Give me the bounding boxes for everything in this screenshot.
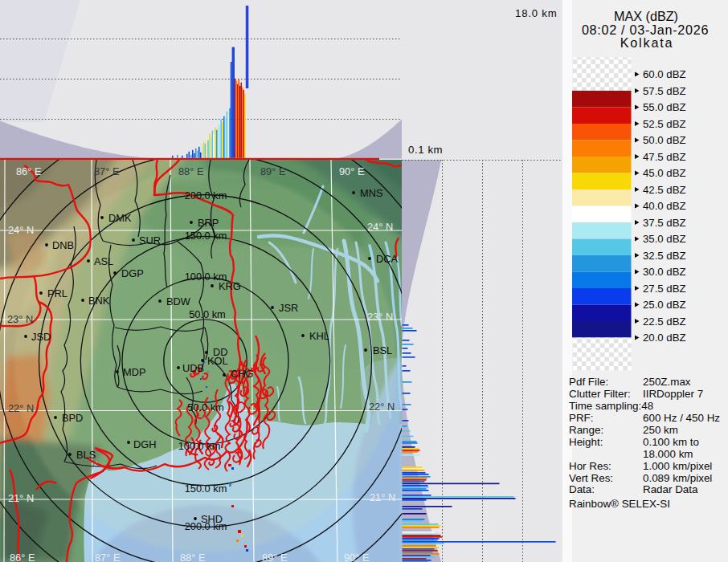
svg-text:25.0 dBZ: 25.0 dBZ	[643, 299, 686, 311]
svg-text:42.5 dBZ: 42.5 dBZ	[643, 184, 686, 196]
svg-text:KHL: KHL	[309, 330, 329, 342]
svg-text:250Z.max: 250Z.max	[643, 376, 691, 388]
svg-text:90° E: 90° E	[344, 552, 369, 562]
svg-text:KOL: KOL	[207, 355, 228, 367]
svg-text:27.5 dBZ: 27.5 dBZ	[643, 283, 686, 295]
svg-text:24° N: 24° N	[8, 224, 34, 236]
svg-text:18.000 km: 18.000 km	[643, 448, 693, 460]
svg-text:60.0 dBZ: 60.0 dBZ	[643, 68, 686, 80]
svg-text:PRF:: PRF:	[569, 412, 594, 424]
svg-text:SUR: SUR	[139, 234, 161, 246]
svg-text:57.5 dBZ: 57.5 dBZ	[643, 85, 686, 97]
svg-text:100.0 km: 100.0 km	[185, 271, 227, 283]
svg-text:86° E: 86° E	[10, 552, 35, 562]
svg-text:Kolkata: Kolkata	[620, 35, 674, 50]
svg-text:DGP: DGP	[121, 267, 144, 279]
svg-text:21° N: 21° N	[370, 491, 395, 503]
svg-text:37.5 dBZ: 37.5 dBZ	[643, 217, 686, 229]
svg-text:52.5 dBZ: 52.5 dBZ	[643, 118, 686, 130]
svg-text:50.0 km: 50.0 km	[189, 308, 226, 320]
svg-text:BLS: BLS	[76, 449, 96, 461]
svg-text:JSD: JSD	[31, 331, 51, 343]
svg-text:35.0 dBZ: 35.0 dBZ	[643, 233, 686, 245]
svg-text:88° E: 88° E	[180, 552, 205, 562]
svg-text:CHG: CHG	[231, 368, 253, 380]
svg-text:Vert Res:: Vert Res:	[569, 472, 613, 484]
svg-text:MNS: MNS	[360, 187, 382, 199]
svg-text:87° E: 87° E	[95, 552, 120, 562]
svg-text:BPD: BPD	[62, 412, 83, 424]
svg-text:600 Hz / 450 Hz: 600 Hz / 450 Hz	[643, 412, 720, 424]
svg-text:21° N: 21° N	[8, 492, 34, 504]
svg-text:86° E: 86° E	[16, 165, 41, 177]
svg-text:Clutter Filter:: Clutter Filter:	[569, 388, 631, 400]
svg-text:DCA: DCA	[376, 253, 398, 265]
svg-text:Range:: Range:	[569, 424, 603, 436]
svg-text:JSR: JSR	[279, 302, 298, 314]
svg-text:22° N: 22° N	[369, 401, 395, 413]
svg-text:ASL: ASL	[94, 255, 113, 267]
svg-text:150.0 km: 150.0 km	[185, 483, 227, 495]
svg-text:08:02 / 03-Jan-2026: 08:02 / 03-Jan-2026	[582, 22, 709, 37]
svg-text:50.0 km: 50.0 km	[187, 401, 224, 413]
svg-text:250 km: 250 km	[643, 424, 678, 436]
svg-text:DGH: DGH	[133, 438, 156, 450]
svg-text:UDB: UDB	[182, 362, 204, 374]
svg-text:MDP: MDP	[123, 366, 145, 378]
svg-text:BRP: BRP	[198, 217, 219, 229]
svg-text:40.0 dBZ: 40.0 dBZ	[643, 200, 686, 212]
svg-text:0.1 km: 0.1 km	[408, 144, 443, 156]
svg-text:Height:: Height:	[569, 436, 603, 448]
svg-text:150.0 km: 150.0 km	[185, 230, 227, 242]
svg-text:PRL: PRL	[47, 287, 67, 299]
svg-text:100.0 km: 100.0 km	[178, 440, 221, 452]
svg-text:Data:: Data:	[569, 483, 595, 495]
svg-text:DNB: DNB	[52, 239, 74, 251]
svg-text:MAX (dBZ): MAX (dBZ)	[614, 9, 678, 23]
svg-text:32.5 dBZ: 32.5 dBZ	[643, 250, 686, 262]
svg-text:89° E: 89° E	[262, 552, 287, 562]
svg-text:DMK: DMK	[108, 212, 132, 224]
svg-text:24° N: 24° N	[367, 221, 393, 233]
svg-text:0.100 km to: 0.100 km to	[643, 436, 699, 448]
svg-text:1.000 km/pixel: 1.000 km/pixel	[643, 460, 712, 472]
svg-text:20.0 dBZ: 20.0 dBZ	[643, 332, 686, 344]
svg-text:89° E: 89° E	[260, 165, 285, 177]
svg-text:BSL: BSL	[373, 344, 392, 356]
svg-text:22.5 dBZ: 22.5 dBZ	[643, 316, 686, 328]
svg-text:18.0 km: 18.0 km	[515, 7, 558, 19]
svg-text:Hor Res:: Hor Res:	[569, 460, 611, 472]
svg-text:45.0 dBZ: 45.0 dBZ	[643, 167, 686, 179]
svg-text:0.089 km/pixel: 0.089 km/pixel	[643, 472, 712, 484]
svg-text:23° N: 23° N	[7, 313, 33, 325]
svg-text:200.0 km: 200.0 km	[185, 189, 227, 202]
svg-text:Pdf File:: Pdf File:	[569, 376, 608, 388]
svg-text:200.0 km: 200.0 km	[185, 520, 227, 532]
svg-text:IIRDoppler 7: IIRDoppler 7	[643, 388, 703, 400]
svg-text:47.5 dBZ: 47.5 dBZ	[643, 151, 686, 163]
svg-text:Radar Data: Radar Data	[643, 483, 698, 495]
svg-text:55.0 dBZ: 55.0 dBZ	[643, 101, 686, 113]
svg-text:Rainbow® SELEX-SI: Rainbow® SELEX-SI	[569, 498, 670, 510]
svg-text:50.0 dBZ: 50.0 dBZ	[643, 134, 686, 146]
svg-text:23° N: 23° N	[367, 311, 393, 323]
svg-text:88° E: 88° E	[178, 165, 203, 177]
svg-text:22° N: 22° N	[8, 402, 34, 414]
svg-text:30.0 dBZ: 30.0 dBZ	[643, 266, 686, 278]
svg-text:87° E: 87° E	[94, 165, 119, 177]
svg-text:BDW: BDW	[166, 295, 191, 307]
svg-text:BNK: BNK	[88, 295, 110, 307]
svg-text:Time sampling:48: Time sampling:48	[569, 400, 653, 412]
svg-text:90° E: 90° E	[339, 165, 364, 177]
